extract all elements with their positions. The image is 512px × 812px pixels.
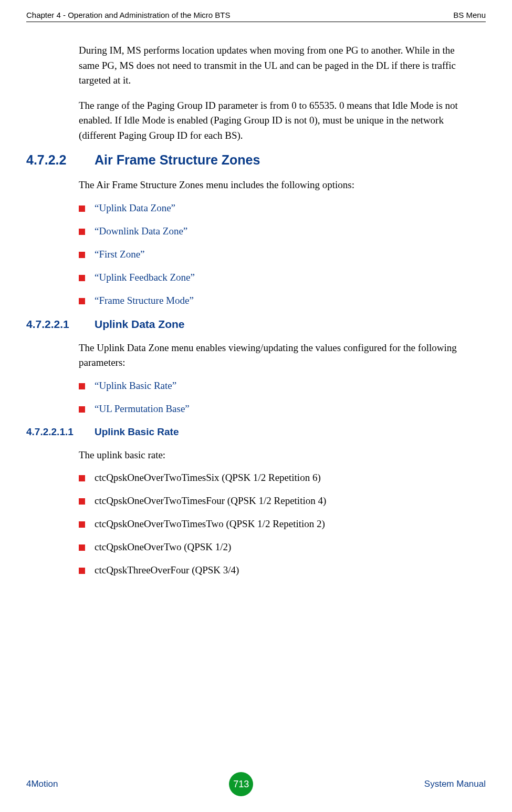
section-body: The uplink basic rate: ctcQpskOneOverTwo… — [79, 448, 475, 577]
xref-link[interactable]: “Frame Structure Mode” — [95, 295, 194, 306]
heading-title: Uplink Data Zone — [95, 318, 185, 331]
xref-link[interactable]: “First Zone” — [95, 249, 145, 260]
bullet-list: “Uplink Data Zone” “Downlink Data Zone” … — [79, 202, 475, 306]
bullet-icon — [79, 521, 85, 528]
page-header: Chapter 4 - Operation and Administration… — [26, 11, 486, 22]
list-item-text: ctcQpskThreeOverFour (QPSK 3/4) — [95, 564, 239, 576]
list-item: ctcQpskOneOverTwo (QPSK 1/2) — [79, 541, 475, 553]
xref-link[interactable]: “Uplink Data Zone” — [95, 202, 175, 214]
list-item: “Downlink Data Zone” — [79, 225, 475, 237]
heading-air-frame-structure-zones: 4.7.2.2 Air Frame Structure Zones — [26, 152, 486, 168]
list-item: “Uplink Feedback Zone” — [79, 272, 475, 283]
bullet-icon — [79, 544, 85, 551]
paragraph: During IM, MS performs location updates … — [79, 43, 475, 88]
header-right: BS Menu — [453, 11, 486, 19]
bullet-icon — [79, 205, 85, 212]
heading-title: Air Frame Structure Zones — [95, 152, 260, 168]
paragraph: The uplink basic rate: — [79, 448, 475, 463]
heading-number: 4.7.2.2 — [26, 152, 95, 168]
list-item-text: ctcQpskOneOverTwoTimesSix (QPSK 1/2 Repe… — [95, 472, 321, 484]
bullet-icon — [79, 298, 85, 304]
list-item-text: ctcQpskOneOverTwoTimesFour (QPSK 1/2 Rep… — [95, 495, 326, 507]
list-item-text: ctcQpskOneOverTwo (QPSK 1/2) — [95, 541, 231, 553]
header-left: Chapter 4 - Operation and Administration… — [26, 11, 231, 19]
page-number-badge: 713 — [229, 772, 253, 796]
page: Chapter 4 - Operation and Administration… — [0, 0, 512, 812]
page-footer: 4Motion 713 System Manual — [0, 772, 512, 796]
paragraph: The Air Frame Structure Zones menu inclu… — [79, 178, 475, 193]
bullet-list: “Uplink Basic Rate” “UL Permutation Base… — [79, 380, 475, 415]
bullet-icon — [79, 383, 85, 389]
bullet-icon — [79, 229, 85, 235]
heading-number: 4.7.2.2.1 — [26, 318, 95, 331]
heading-uplink-basic-rate: 4.7.2.2.1.1 Uplink Basic Rate — [26, 426, 486, 438]
xref-link[interactable]: “UL Permutation Base” — [95, 403, 190, 415]
bullet-icon — [79, 252, 85, 258]
body-column: During IM, MS performs location updates … — [79, 43, 475, 143]
bullet-icon — [79, 275, 85, 281]
footer-product: 4Motion — [26, 779, 58, 789]
list-item: ctcQpskOneOverTwoTimesFour (QPSK 1/2 Rep… — [79, 495, 475, 507]
xref-link[interactable]: “Uplink Feedback Zone” — [95, 272, 195, 283]
list-item: “Uplink Data Zone” — [79, 202, 475, 214]
section-body: The Uplink Data Zone menu enables viewin… — [79, 341, 475, 415]
list-item: ctcQpskOneOverTwoTimesTwo (QPSK 1/2 Repe… — [79, 518, 475, 530]
bullet-list: ctcQpskOneOverTwoTimesSix (QPSK 1/2 Repe… — [79, 472, 475, 576]
bullet-icon — [79, 498, 85, 505]
xref-link[interactable]: “Downlink Data Zone” — [95, 225, 187, 237]
paragraph: The range of the Paging Group ID paramet… — [79, 98, 475, 143]
heading-number: 4.7.2.2.1.1 — [26, 426, 95, 438]
list-item: “First Zone” — [79, 249, 475, 260]
paragraph: The Uplink Data Zone menu enables viewin… — [79, 341, 475, 371]
bullet-icon — [79, 475, 85, 481]
bullet-icon — [79, 406, 85, 413]
heading-title: Uplink Basic Rate — [95, 426, 179, 438]
list-item: “Frame Structure Mode” — [79, 295, 475, 306]
heading-uplink-data-zone: 4.7.2.2.1 Uplink Data Zone — [26, 318, 486, 331]
list-item: ctcQpskOneOverTwoTimesSix (QPSK 1/2 Repe… — [79, 472, 475, 484]
xref-link[interactable]: “Uplink Basic Rate” — [95, 380, 176, 392]
list-item: “UL Permutation Base” — [79, 403, 475, 415]
list-item-text: ctcQpskOneOverTwoTimesTwo (QPSK 1/2 Repe… — [95, 518, 325, 530]
footer-manual: System Manual — [424, 779, 486, 789]
section-body: The Air Frame Structure Zones menu inclu… — [79, 178, 475, 306]
list-item: “Uplink Basic Rate” — [79, 380, 475, 392]
bullet-icon — [79, 568, 85, 574]
list-item: ctcQpskThreeOverFour (QPSK 3/4) — [79, 564, 475, 576]
